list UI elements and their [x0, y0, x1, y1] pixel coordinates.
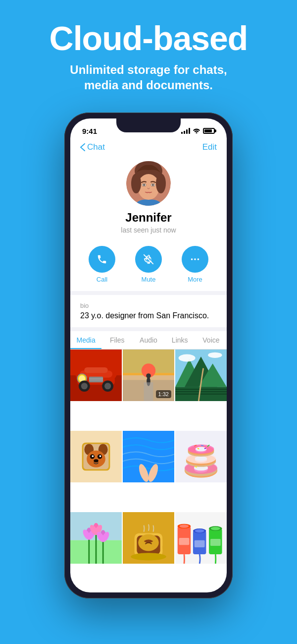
signal-bar-1 — [181, 132, 183, 134]
edit-button[interactable]: Edit — [202, 142, 217, 152]
svg-point-113 — [180, 525, 189, 528]
media-item-car[interactable] — [70, 350, 122, 401]
media-tabs: Media Files Audio Links Voice — [70, 331, 227, 350]
hero-subtitle: Unlimited storage for chats,media and do… — [10, 62, 287, 93]
svg-point-48 — [208, 352, 222, 358]
svg-point-59 — [94, 459, 98, 463]
svg-point-9 — [143, 184, 145, 186]
action-buttons: Call Mute — [70, 242, 227, 291]
svg-point-119 — [211, 527, 220, 530]
svg-point-2 — [138, 174, 159, 200]
video-duration-badge: 1:32 — [156, 390, 171, 398]
section-divider-2 — [70, 327, 227, 331]
svg-point-10 — [152, 184, 154, 186]
svg-rect-120 — [179, 538, 190, 545]
call-icon — [89, 246, 115, 273]
mute-action[interactable]: Mute — [135, 246, 162, 283]
mute-label: Mute — [142, 276, 156, 283]
media-item-coffee[interactable] — [123, 512, 174, 564]
svg-point-83 — [196, 447, 207, 451]
svg-point-57 — [92, 455, 94, 457]
back-label: Chat — [87, 142, 105, 152]
media-item-toast[interactable] — [70, 431, 122, 482]
media-thumbnail-toast — [70, 431, 122, 482]
hero-title: Cloud-based — [10, 20, 287, 57]
media-item-paint[interactable] — [175, 512, 227, 564]
bio-text: 23 y.o. designer from San Francisco. — [80, 311, 217, 320]
media-item-mountains[interactable] — [175, 350, 227, 401]
tab-media[interactable]: Media — [70, 331, 101, 349]
navigation-bar: Chat Edit — [70, 140, 227, 156]
more-icon — [182, 246, 208, 273]
wifi-icon — [193, 127, 200, 135]
bio-section: bio 23 y.o. designer from San Francisco. — [70, 295, 227, 327]
status-icons — [181, 127, 215, 135]
svg-point-37 — [146, 373, 150, 378]
more-action[interactable]: More — [182, 246, 208, 283]
avatar — [126, 161, 171, 206]
profile-name: Jennifer — [125, 211, 171, 225]
profile-status: last seen just now — [121, 226, 176, 234]
phone-device: 9:41 — [64, 113, 233, 598]
hero-section: Cloud-based Unlimited storage for chats,… — [0, 0, 297, 103]
phone-screen: 9:41 — [70, 118, 227, 592]
svg-point-14 — [194, 258, 196, 260]
battery-icon — [203, 128, 215, 134]
svg-point-30 — [104, 383, 111, 389]
media-thumbnail-pool — [123, 431, 174, 482]
signal-icon — [181, 128, 190, 134]
signal-bar-4 — [189, 128, 190, 134]
call-action[interactable]: Call — [89, 246, 115, 283]
phone-mockup-wrapper: 9:41 — [0, 113, 297, 598]
svg-point-15 — [198, 258, 199, 260]
media-item-pool[interactable] — [123, 431, 174, 482]
media-item-sunset[interactable]: 1:32 — [123, 350, 174, 401]
media-item-donuts[interactable] — [175, 431, 227, 482]
tab-audio[interactable]: Audio — [133, 331, 164, 349]
back-button[interactable]: Chat — [80, 142, 105, 152]
svg-rect-122 — [210, 539, 221, 546]
svg-point-4 — [156, 174, 166, 193]
more-label: More — [188, 276, 202, 283]
media-thumbnail-car — [70, 350, 122, 401]
media-thumbnail-paint — [175, 512, 227, 564]
tab-links[interactable]: Links — [164, 331, 196, 349]
svg-point-28 — [81, 383, 88, 389]
status-time: 9:41 — [82, 127, 97, 135]
svg-point-78 — [195, 456, 207, 461]
media-thumbnail-donuts — [175, 431, 227, 482]
svg-point-109 — [131, 553, 166, 560]
svg-rect-38 — [144, 382, 153, 401]
tab-files[interactable]: Files — [101, 331, 133, 349]
signal-bar-3 — [186, 129, 188, 134]
profile-section: Jennifer last seen just now — [70, 156, 227, 242]
tab-voice[interactable]: Voice — [196, 331, 227, 349]
section-divider-1 — [70, 291, 227, 295]
svg-rect-24 — [89, 377, 103, 382]
signal-bar-2 — [184, 131, 185, 134]
svg-rect-121 — [195, 540, 205, 547]
svg-point-58 — [99, 455, 101, 457]
svg-point-116 — [195, 529, 204, 533]
media-thumbnail-mountains — [175, 350, 227, 401]
mute-icon — [135, 246, 162, 273]
svg-point-47 — [179, 354, 196, 362]
svg-rect-21 — [84, 367, 107, 373]
svg-point-3 — [131, 174, 141, 193]
media-thumbnail-flowers — [70, 512, 122, 564]
media-thumbnail-coffee — [123, 512, 174, 564]
svg-point-54 — [87, 451, 105, 468]
call-label: Call — [97, 276, 107, 283]
phone-notch — [116, 118, 181, 132]
media-item-flowers[interactable] — [70, 512, 122, 564]
svg-point-13 — [191, 258, 193, 260]
media-grid: 1:32 — [70, 350, 227, 592]
bio-label: bio — [80, 302, 217, 309]
